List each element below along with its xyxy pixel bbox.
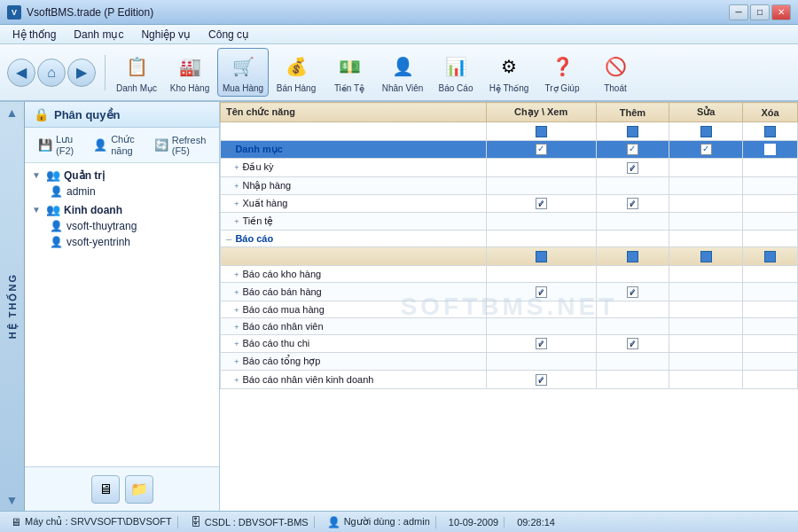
tree-child-thuytrang[interactable]: 👤 vsoft-thuytrang xyxy=(46,218,215,234)
checkbox[interactable]: ✓ xyxy=(627,144,638,155)
minimize-button[interactable]: ─ xyxy=(729,4,748,20)
main-area: ▲ HỆ THỐNG ▼ 🔒 Phân quyền 💾 Lưu (F2) 👤 C… xyxy=(0,102,798,511)
expand-icon[interactable]: ─ xyxy=(226,235,231,244)
back-button[interactable]: ◀ xyxy=(7,59,35,87)
check-cell-delete xyxy=(742,334,797,353)
checkbox[interactable] xyxy=(627,251,638,262)
expand-toggle[interactable]: + xyxy=(234,163,239,172)
chuc-nang-button[interactable]: 👤 Chức năng xyxy=(87,131,141,159)
table-row: +Báo cáo nhân viên kinh doanh✓ xyxy=(221,371,798,389)
left-bottom-icon-2[interactable]: 📁 xyxy=(125,475,153,504)
title-bar: V VsoftBMS.trade (P Edition) ─ □ ✕ xyxy=(0,0,798,25)
table-row xyxy=(221,247,798,266)
toolbar-ban-hang[interactable]: 💰 Bán Hàng xyxy=(270,48,322,97)
side-tab-label: HỆ THỐNG xyxy=(6,266,18,346)
checkbox[interactable]: ✓ xyxy=(700,144,712,155)
check-cell-run: ✓ xyxy=(486,194,596,213)
toolbar-danh-muc[interactable]: 📋 Danh Mục xyxy=(111,48,162,97)
expand-toggle[interactable]: + xyxy=(234,376,239,385)
row-name-cell: +Tiền tệ xyxy=(221,213,487,231)
expand-toggle[interactable]: + xyxy=(234,217,239,226)
th-edit: Sửa xyxy=(669,103,743,122)
check-cell-add: ✓ xyxy=(596,194,669,213)
expand-toggle[interactable]: + xyxy=(234,340,239,348)
tro-giup-label: Trợ Giúp xyxy=(545,83,580,93)
tree-group-header-quan-tri[interactable]: ▼ 👥 Quản trị xyxy=(28,167,215,184)
toolbar-kho-hang[interactable]: 🏭 Kho Hàng xyxy=(164,48,215,97)
row-indent xyxy=(226,161,234,172)
check-cell-add: ✓ xyxy=(596,282,669,301)
expand-toggle[interactable]: + xyxy=(234,357,239,366)
row-indent xyxy=(226,374,234,385)
checkbox[interactable]: ✓ xyxy=(536,286,547,298)
expand-toggle[interactable]: + xyxy=(234,288,239,297)
check-cell-add: ✓ xyxy=(596,159,669,177)
menu-nghiep-vu[interactable]: Nghiệp vụ xyxy=(132,27,200,43)
check-cell-delete xyxy=(742,371,797,389)
check-cell-add xyxy=(596,301,669,317)
toolbar-tro-giup[interactable]: ❓ Trợ Giúp xyxy=(536,48,588,97)
save-button[interactable]: 💾 Lưu (F2) xyxy=(32,131,80,159)
check-cell-delete xyxy=(742,247,797,266)
close-button[interactable]: ✕ xyxy=(771,4,791,20)
checkbox[interactable] xyxy=(764,251,776,262)
toolbar-he-thong[interactable]: ⚙ Hệ Thống xyxy=(483,48,535,97)
checkbox[interactable]: ✓ xyxy=(627,338,638,349)
menu-danh-muc[interactable]: Danh mục xyxy=(65,27,132,43)
checkbox[interactable]: ✓ xyxy=(536,144,547,155)
tree-group-kinh-doanh: ▼ 👥 Kinh doanh 👤 vsoft-thuytrang 👤 vsoft… xyxy=(28,201,215,250)
expand-toggle[interactable]: + xyxy=(234,200,239,208)
check-cell-run xyxy=(486,213,596,231)
data-table[interactable]: SOFTBMS.NET Tên chức năng Chạy \ Xem Thê… xyxy=(220,102,798,511)
tree-child-admin[interactable]: 👤 admin xyxy=(46,184,215,200)
check-cell-add xyxy=(596,213,669,231)
forward-button[interactable]: ▶ xyxy=(67,59,96,87)
toolbar-tien-te[interactable]: 💵 Tiền Tệ xyxy=(324,48,375,97)
check-cell-edit xyxy=(669,122,743,141)
check-cell-edit xyxy=(669,282,743,301)
tree-group-quan-tri: ▼ 👥 Quản trị 👤 admin xyxy=(28,167,215,200)
check-cell-edit xyxy=(669,301,743,317)
checkbox[interactable] xyxy=(764,126,776,137)
table-row: +Báo cáo kho hàng xyxy=(221,265,798,282)
checkbox[interactable]: ✓ xyxy=(627,286,638,298)
expand-toggle[interactable]: + xyxy=(234,323,239,332)
checkbox[interactable] xyxy=(700,126,712,137)
left-bottom-icon-1[interactable]: 🖥 xyxy=(91,475,120,504)
toolbar-mua-hang[interactable]: 🛒 Mua Hàng xyxy=(217,48,269,97)
menu-he-thong[interactable]: Hệ thống xyxy=(4,27,65,43)
time-text: 09:28:14 xyxy=(517,517,555,528)
side-tab-arrow-up[interactable]: ▲ xyxy=(3,102,22,123)
checkbox[interactable]: ✓ xyxy=(536,198,547,209)
check-cell-delete xyxy=(742,353,797,371)
tien-te-label: Tiền Tệ xyxy=(334,83,364,93)
tree-expand-quan-tri: ▼ xyxy=(32,170,43,180)
checkbox[interactable]: ✓ xyxy=(536,338,547,349)
toolbar-bao-cao[interactable]: 📊 Báo Cáo xyxy=(430,48,481,97)
home-button[interactable]: ⌂ xyxy=(37,59,66,87)
row-indent xyxy=(226,304,234,315)
expand-toggle[interactable]: + xyxy=(234,182,239,191)
checkbox[interactable] xyxy=(764,144,776,155)
side-tab-arrow-down[interactable]: ▼ xyxy=(3,489,22,511)
table-row: +Xuất hàng✓✓ xyxy=(221,194,798,213)
checkbox[interactable] xyxy=(536,251,547,262)
toolbar-nhan-vien[interactable]: 👤 Nhân Viên xyxy=(377,48,428,97)
toolbar-thoat[interactable]: 🚫 Thoát xyxy=(590,48,641,97)
checkbox[interactable] xyxy=(700,251,712,262)
server-text: Máy chủ : SRVVSOFT\DBVSOFT xyxy=(25,516,172,528)
checkbox[interactable]: ✓ xyxy=(627,162,638,174)
menu-cong-cu[interactable]: Công cụ xyxy=(200,27,258,43)
tree-group-header-kinh-doanh[interactable]: ▼ 👥 Kinh doanh xyxy=(28,201,215,218)
refresh-button[interactable]: 🔄 Refresh (F5) xyxy=(148,132,213,159)
expand-toggle[interactable]: + xyxy=(234,270,239,279)
expand-icon[interactable]: ─ xyxy=(226,145,231,154)
checkbox[interactable]: ✓ xyxy=(536,374,547,386)
maximize-button[interactable]: □ xyxy=(750,4,770,20)
checkbox[interactable] xyxy=(536,126,547,137)
checkbox[interactable]: ✓ xyxy=(627,198,638,209)
toolbar-separator-1 xyxy=(105,55,106,90)
tree-child-yentrinh[interactable]: 👤 vsoft-yentrinh xyxy=(46,234,215,250)
expand-toggle[interactable]: + xyxy=(234,306,239,315)
checkbox[interactable] xyxy=(627,126,638,137)
